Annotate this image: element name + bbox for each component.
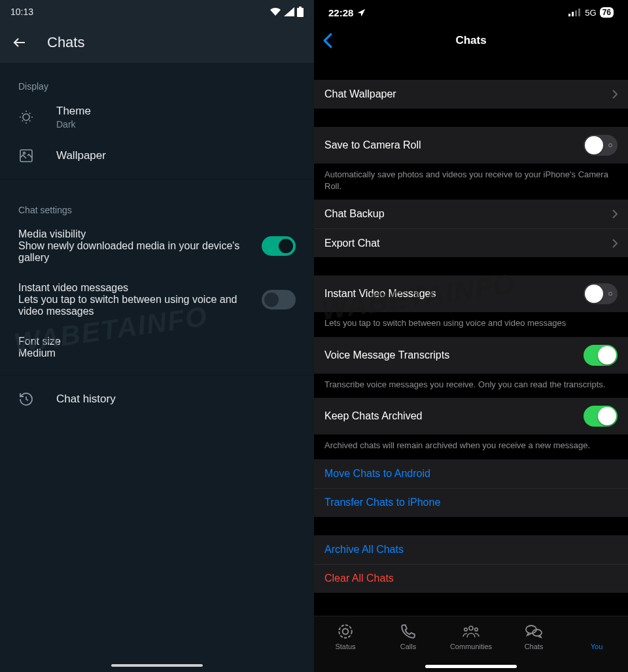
export-chat-label: Export Chat	[324, 238, 379, 249]
tab-calls[interactable]: Calls	[377, 616, 440, 672]
back-icon[interactable]	[12, 35, 27, 50]
divider	[0, 179, 314, 180]
location-icon	[357, 9, 366, 17]
archive-all-row[interactable]: Archive All Chats	[314, 535, 628, 564]
chat-history-row[interactable]: Chat history	[0, 382, 314, 416]
instant-video-toggle[interactable]	[584, 283, 618, 304]
transfer-iphone-row[interactable]: Transfer Chats to iPhone	[314, 488, 628, 517]
status-icons	[270, 7, 304, 17]
history-icon	[18, 391, 37, 407]
page-title: Chats	[455, 34, 486, 47]
svg-point-2	[23, 114, 29, 120]
camera-roll-row[interactable]: Save to Camera Roll	[314, 127, 628, 164]
transfer-iphone-label: Transfer Chats to iPhone	[324, 497, 440, 508]
theme-icon	[18, 109, 37, 125]
keep-archived-toggle[interactable]	[584, 406, 618, 427]
media-visibility-title: Media visibility	[18, 228, 262, 240]
ios-body: Chat Wallpaper Save to Camera Roll Autom…	[314, 62, 628, 616]
chevron-right-icon	[612, 239, 618, 248]
font-size-title: Font size	[18, 336, 296, 347]
signal-icon	[284, 7, 294, 16]
svg-point-12	[464, 628, 468, 631]
move-android-label: Move Chats to Android	[324, 468, 430, 480]
chat-wallpaper-row[interactable]: Chat Wallpaper	[314, 80, 628, 109]
battery-icon	[297, 7, 304, 17]
svg-point-13	[475, 628, 478, 631]
svg-rect-8	[578, 9, 580, 16]
svg-rect-6	[572, 12, 574, 16]
wallpaper-icon	[18, 148, 37, 164]
clear-all-row[interactable]: Clear All Chats	[314, 564, 628, 593]
wifi-icon	[270, 7, 281, 16]
signal-icon	[568, 9, 582, 16]
media-visibility-row[interactable]: Media visibility Show newly downloaded m…	[0, 219, 314, 273]
battery-level: 76	[600, 7, 614, 18]
font-size-value: Medium	[18, 347, 296, 359]
page-title: Chats	[47, 34, 84, 51]
home-indicator[interactable]	[425, 665, 517, 668]
android-body: Display Theme Dark Wallpaper Chat settin…	[0, 63, 314, 672]
voice-transcripts-label: Voice Message Transcripts	[324, 349, 449, 361]
chats-icon	[525, 623, 543, 640]
phone-icon	[400, 623, 417, 640]
camera-roll-toggle[interactable]	[584, 135, 618, 156]
camera-roll-footer: Automatically save photos and videos you…	[314, 164, 628, 200]
tab-chats[interactable]: Chats	[502, 616, 565, 672]
theme-title: Theme	[56, 105, 296, 118]
instant-video-title: Instant video messages	[18, 282, 262, 294]
tab-label: Status	[335, 643, 355, 650]
keep-archived-footer: Archived chats will remain archived when…	[314, 434, 628, 459]
keep-archived-row[interactable]: Keep Chats Archived	[314, 398, 628, 434]
tab-label: Communities	[450, 643, 492, 650]
keep-archived-label: Keep Chats Archived	[324, 410, 422, 422]
export-chat-row[interactable]: Export Chat	[314, 228, 628, 257]
voice-transcripts-row[interactable]: Voice Message Transcripts	[314, 337, 628, 374]
tab-status[interactable]: Status	[314, 616, 377, 672]
svg-point-9	[339, 625, 352, 638]
chevron-right-icon	[612, 90, 618, 99]
instant-video-sub: Lets you tap to switch between using voi…	[18, 294, 262, 317]
ios-statusbar: 22:28 5G 76	[314, 0, 628, 25]
theme-row[interactable]: Theme Dark	[0, 96, 314, 139]
font-size-row[interactable]: Font size Medium	[0, 327, 314, 368]
wallpaper-row[interactable]: Wallpaper	[0, 139, 314, 173]
divider	[0, 375, 314, 376]
android-screenshot: WABETAINFO 10:13 Chats Display Theme Dar…	[0, 0, 314, 672]
voice-transcripts-footer: Transcribe voice messages you receive. O…	[314, 374, 628, 398]
svg-point-11	[469, 626, 473, 630]
chat-backup-label: Chat Backup	[324, 208, 385, 220]
tab-bar: Status Calls Communities Chats You	[314, 616, 628, 672]
instant-video-toggle[interactable]	[262, 290, 296, 309]
svg-rect-7	[575, 10, 577, 16]
tab-communities[interactable]: Communities	[440, 616, 502, 672]
ios-screenshot: WABETAINFO 22:28 5G 76 Chats Chat Wallpa…	[314, 0, 628, 672]
media-visibility-toggle[interactable]	[262, 236, 296, 256]
chat-wallpaper-label: Chat Wallpaper	[324, 88, 396, 100]
status-time: 10:13	[10, 7, 33, 17]
voice-transcripts-toggle[interactable]	[584, 345, 618, 366]
clear-all-label: Clear All Chats	[324, 573, 394, 584]
svg-point-4	[24, 152, 26, 154]
android-statusbar: 10:13	[0, 0, 314, 24]
status-time: 22:28	[328, 7, 353, 18]
chevron-right-icon	[612, 209, 618, 219]
section-chat-settings: Chat settings	[0, 186, 314, 219]
android-header: Chats	[0, 24, 314, 63]
tab-you[interactable]: You	[565, 616, 628, 672]
instant-video-row[interactable]: Instant video messages Lets you tap to s…	[0, 273, 314, 327]
tab-label: You	[591, 643, 603, 650]
svg-rect-0	[297, 8, 304, 17]
wallpaper-title: Wallpaper	[56, 149, 296, 162]
instant-video-label: Instant Video Messages	[324, 288, 436, 300]
svg-rect-1	[299, 7, 302, 8]
communities-icon	[462, 623, 480, 640]
tab-label: Chats	[525, 643, 544, 650]
back-button[interactable]	[322, 33, 334, 48]
chat-backup-row[interactable]: Chat Backup	[314, 200, 628, 228]
theme-value: Dark	[56, 119, 296, 130]
instant-video-row[interactable]: Instant Video Messages	[314, 275, 628, 312]
home-indicator[interactable]	[111, 664, 203, 667]
network-type: 5G	[585, 8, 596, 18]
move-android-row[interactable]: Move Chats to Android	[314, 459, 628, 488]
chat-history-title: Chat history	[56, 393, 296, 406]
